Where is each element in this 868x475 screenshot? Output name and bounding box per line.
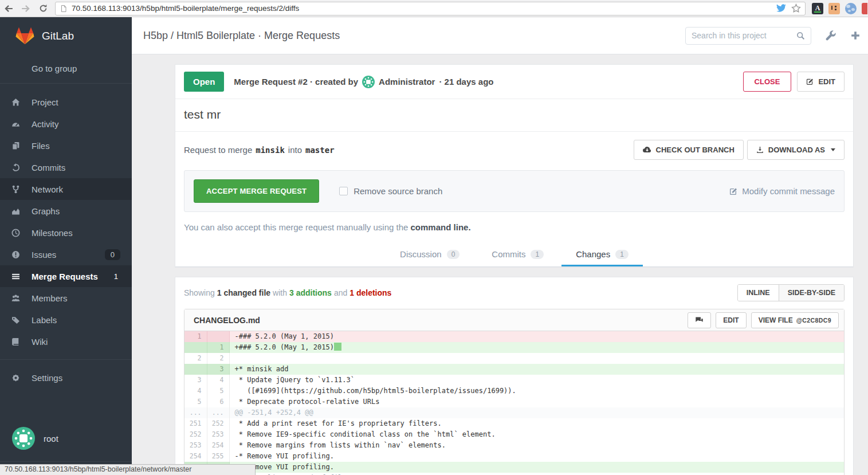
forward-icon[interactable] xyxy=(17,4,34,13)
tab-label: Discussion xyxy=(400,249,442,259)
remove-source-branch-checkbox[interactable] xyxy=(339,187,348,195)
top-header: H5bp / Html5 Boilerplate · Merge Request… xyxy=(132,17,868,54)
activity-icon xyxy=(0,120,32,128)
network-icon xyxy=(0,185,32,194)
sidebar-item-label: Merge Requests xyxy=(32,272,98,281)
back-icon[interactable] xyxy=(0,4,17,13)
twitter-extension-icon[interactable] xyxy=(776,3,786,13)
old-line-number[interactable]: 2 xyxy=(184,353,207,364)
pencil-square-icon xyxy=(729,187,737,195)
old-line-number[interactable] xyxy=(184,364,207,375)
search-input[interactable] xyxy=(692,31,796,40)
old-line-number[interactable]: 253 xyxy=(184,440,207,451)
search-icon[interactable] xyxy=(796,32,805,40)
sidebar-item-graphs[interactable]: Graphs xyxy=(0,200,132,222)
dictionary-extension-icon[interactable]: A xyxy=(812,3,823,14)
bookmark-star-icon[interactable] xyxy=(791,3,801,13)
file-name[interactable]: CHANGELOG.md xyxy=(194,316,260,325)
command-line-link[interactable]: command line. xyxy=(411,222,471,232)
new-line-number[interactable] xyxy=(207,331,229,342)
sidebar-item-labels[interactable]: Labels xyxy=(0,309,132,331)
new-line-number[interactable]: 5 xyxy=(207,386,229,397)
url-text[interactable]: 70.50.168.113:9013/h5bp/html5-boilerplat… xyxy=(72,4,771,13)
diff-line-content: -### 5.2.0 (May 1, 2015) xyxy=(229,331,844,342)
sidebar-item-settings[interactable]: Settings xyxy=(0,367,132,388)
diff-line-content: * Remove margins from lists within `nav`… xyxy=(229,440,844,451)
new-line-number[interactable]: 3 xyxy=(207,364,229,375)
old-line-number[interactable]: ... xyxy=(184,407,207,418)
modify-commit-message-link[interactable]: Modify commit message xyxy=(729,186,835,196)
view-file-button[interactable]: VIEW FILE @c2c8dc9 xyxy=(751,312,839,328)
new-line-number[interactable]: 253 xyxy=(207,429,229,440)
cropped-extension-icon[interactable] xyxy=(862,3,867,14)
new-project-plus-icon[interactable] xyxy=(851,31,860,40)
diff-view-toggle: INLINE SIDE-BY-SIDE xyxy=(737,284,845,301)
side-by-side-view-button[interactable]: SIDE-BY-SIDE xyxy=(779,285,844,301)
diff-row: 34 * Update jQuery to `v1.11.3` xyxy=(184,375,844,386)
diff-row: ......@@ -251,4 +252,4 @@ xyxy=(184,407,844,418)
sidebar-item-files[interactable]: Files xyxy=(0,135,132,156)
sidebar-item-project[interactable]: Project xyxy=(0,91,132,113)
page-title: H5bp / Html5 Boilerplate · Merge Request… xyxy=(143,30,340,42)
new-line-number[interactable]: 255 xyxy=(207,451,229,462)
new-line-number[interactable]: 2 xyxy=(207,353,229,364)
diff-line-content: * Update jQuery to `v1.11.3` xyxy=(229,375,844,386)
mr-author[interactable]: Administrator xyxy=(379,77,435,87)
download-as-button[interactable]: DOWNLOAD AS xyxy=(747,140,845,160)
comment-toggle-button[interactable] xyxy=(688,312,711,328)
new-line-number[interactable]: 254 xyxy=(207,440,229,451)
sidebar-item-wiki[interactable]: Wiki xyxy=(0,331,132,352)
inline-view-button[interactable]: INLINE xyxy=(738,285,779,301)
gitlab-logo[interactable]: GitLab xyxy=(0,17,132,54)
sidebar-item-activity[interactable]: Activity xyxy=(0,113,132,135)
go-to-group-link[interactable]: Go to group xyxy=(0,54,132,83)
address-bar[interactable]: 70.50.168.113:9013/h5bp/html5-boilerplat… xyxy=(55,2,806,15)
edit-file-button[interactable]: EDIT xyxy=(716,312,746,328)
new-line-number[interactable]: 6 xyxy=(207,397,229,407)
refresh-icon[interactable] xyxy=(34,4,52,13)
issues-icon xyxy=(0,250,32,259)
old-line-number[interactable]: 252 xyxy=(184,429,207,440)
new-line-number[interactable]: 252 xyxy=(207,418,229,429)
tab-commits[interactable]: Commits 1 xyxy=(477,242,558,266)
current-user[interactable]: root xyxy=(12,427,58,450)
new-line-number[interactable]: ... xyxy=(207,407,229,418)
sidebar-item-label: Project xyxy=(32,97,58,107)
diff-line-content: ([#1699](https://github.com/h5bp/html5-b… xyxy=(229,386,844,397)
browser-toolbar: 70.50.168.113:9013/h5bp/html5-boilerplat… xyxy=(0,0,868,17)
new-line-number[interactable]: 1 xyxy=(207,342,229,353)
author-avatar[interactable] xyxy=(362,76,375,88)
sidebar-item-commits[interactable]: Commits xyxy=(0,156,132,178)
old-line-number[interactable]: 5 xyxy=(184,397,207,407)
face-extension-icon[interactable] xyxy=(828,3,840,14)
sidebar-item-members[interactable]: Members xyxy=(0,287,132,309)
trailing-whitespace-marker xyxy=(334,343,341,351)
old-line-number[interactable]: 1 xyxy=(184,331,207,342)
close-button[interactable]: CLOSE xyxy=(743,72,792,92)
old-line-number[interactable]: 4 xyxy=(184,386,207,397)
old-line-number[interactable]: 3 xyxy=(184,375,207,386)
sidebar-item-merge-requests[interactable]: Merge Requests 1 xyxy=(0,265,132,287)
check-out-branch-button[interactable]: CHECK OUT BRANCH xyxy=(634,140,744,160)
sidebar-item-milestones[interactable]: Milestones xyxy=(0,222,132,244)
tab-changes[interactable]: Changes 1 xyxy=(561,242,643,266)
accept-merge-request-button[interactable]: ACCEPT MERGE REQUEST xyxy=(194,179,319,203)
sidebar-item-issues[interactable]: Issues 0 xyxy=(0,244,132,265)
sidebar-item-network[interactable]: Network xyxy=(0,178,132,200)
tanuki-icon xyxy=(15,26,34,45)
sidebar-item-label: Labels xyxy=(32,315,57,325)
edit-button[interactable]: EDIT xyxy=(797,72,845,92)
old-line-number[interactable]: 251 xyxy=(184,418,207,429)
tab-discussion[interactable]: Discussion 0 xyxy=(386,242,474,266)
home-icon xyxy=(0,98,32,107)
diff-row: 252253 * Remove IE9-specific conditional… xyxy=(184,429,844,440)
sidebar-item-label: Milestones xyxy=(32,228,73,238)
diff-table-body: 1-### 5.2.0 (May 1, 2015)1+### 5.2.0 (Ma… xyxy=(184,331,844,475)
admin-wrench-icon[interactable] xyxy=(826,30,836,41)
sidebar-item-label: Settings xyxy=(32,373,62,383)
logo-text: GitLab xyxy=(42,30,74,42)
old-line-number[interactable] xyxy=(184,342,207,353)
globe-extension-icon[interactable] xyxy=(845,3,857,14)
old-line-number[interactable]: 254 xyxy=(184,451,207,462)
new-line-number[interactable]: 4 xyxy=(207,375,229,386)
